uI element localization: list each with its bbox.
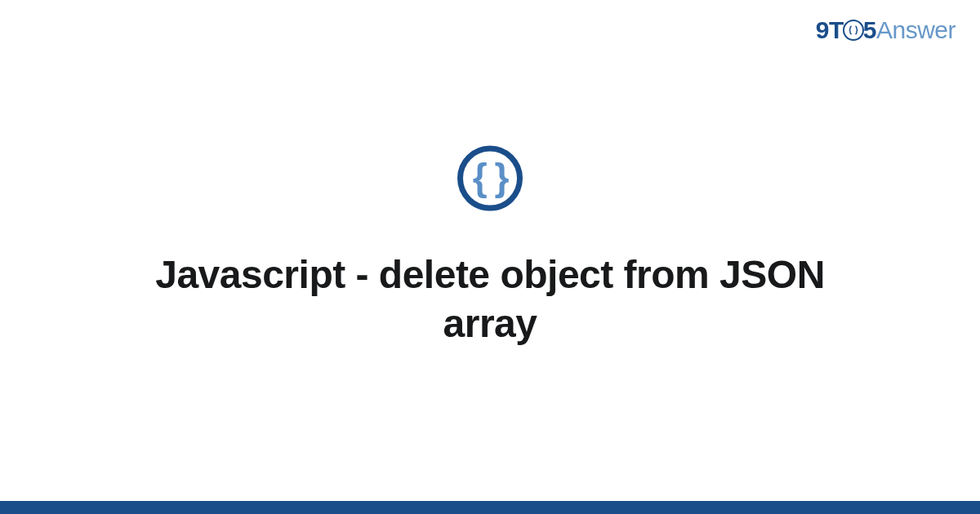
page-title: Javascript - delete object from JSON arr… (122, 250, 858, 348)
category-badge: { } (457, 146, 523, 211)
logo-circle-icon (843, 20, 864, 41)
logo-text-answer: Answer (876, 16, 956, 43)
site-logo: 9T5Answer (816, 16, 956, 44)
logo-text-5: 5 (863, 16, 876, 43)
logo-text-9t: 9T (816, 16, 844, 43)
footer-accent-bar (0, 501, 980, 514)
main-content: { } Javascript - delete object from JSON… (0, 146, 980, 348)
braces-icon: { } (473, 158, 508, 196)
